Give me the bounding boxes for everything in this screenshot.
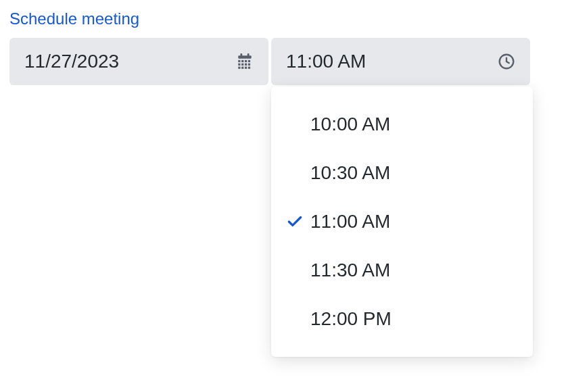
check-icon (286, 116, 310, 133)
check-icon (286, 213, 310, 230)
svg-rect-8 (248, 64, 250, 66)
date-field[interactable]: 11/27/2023 (9, 38, 268, 85)
svg-rect-2 (241, 60, 243, 62)
time-option-1030am[interactable]: 10:30 AM (271, 149, 533, 197)
check-icon (286, 164, 310, 182)
svg-rect-0 (238, 55, 252, 58)
time-option-label: 10:00 AM (310, 114, 390, 135)
svg-rect-9 (238, 67, 240, 69)
time-option-label: 10:30 AM (310, 162, 390, 184)
svg-rect-10 (241, 67, 243, 69)
svg-rect-5 (238, 64, 240, 66)
svg-rect-3 (245, 60, 247, 62)
check-icon (286, 310, 310, 328)
time-field[interactable]: 11:00 AM 10:00 AM 10:30 AM (271, 38, 530, 85)
check-icon (286, 262, 310, 279)
svg-rect-4 (248, 60, 250, 62)
time-option-label: 12:00 PM (310, 308, 392, 330)
svg-rect-6 (241, 64, 243, 66)
svg-rect-14 (247, 53, 250, 57)
clock-icon (498, 53, 515, 70)
date-value: 11/27/2023 (24, 51, 119, 72)
time-option-1100am[interactable]: 11:00 AM (271, 197, 533, 246)
time-option-1130am[interactable]: 11:30 AM (271, 246, 533, 295)
svg-rect-7 (245, 64, 247, 66)
time-option-label: 11:00 AM (310, 211, 390, 232)
svg-rect-1 (238, 60, 240, 62)
page-title: Schedule meeting (9, 9, 559, 28)
time-value: 11:00 AM (286, 51, 366, 72)
svg-rect-12 (248, 67, 250, 69)
calendar-icon (236, 53, 254, 70)
datetime-fields: 11/27/2023 11:00 AM (9, 38, 530, 85)
svg-rect-11 (245, 67, 247, 69)
time-option-1000am[interactable]: 10:00 AM (271, 100, 533, 149)
time-dropdown: 10:00 AM 10:30 AM 11:00 AM 11:30 AM (271, 87, 533, 357)
time-option-label: 11:30 AM (310, 260, 390, 281)
time-option-1200pm[interactable]: 12:00 PM (271, 295, 533, 343)
svg-rect-13 (241, 53, 243, 57)
